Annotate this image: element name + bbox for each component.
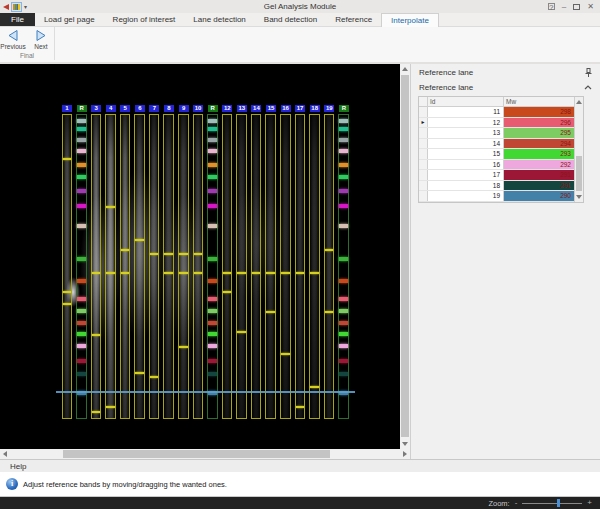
reference-band-5[interactable] xyxy=(208,163,217,167)
table-row[interactable]: 15293 xyxy=(419,149,574,160)
tab-region-of-interest[interactable]: Region of interest xyxy=(104,13,185,26)
reference-band-6[interactable] xyxy=(208,175,217,179)
band-marker[interactable] xyxy=(150,376,159,378)
reference-band-3[interactable] xyxy=(77,138,86,142)
band-marker[interactable] xyxy=(63,158,72,160)
reference-band-17[interactable] xyxy=(77,359,86,363)
reference-band-4[interactable] xyxy=(208,149,217,153)
cell-id[interactable]: 17 xyxy=(428,170,504,180)
sample-lane[interactable] xyxy=(324,114,335,419)
table-scrollbar[interactable] xyxy=(574,97,583,202)
reference-band-16[interactable] xyxy=(77,344,86,348)
sample-lane[interactable] xyxy=(309,114,320,419)
reference-band-9[interactable] xyxy=(339,224,348,228)
help-icon[interactable]: ? xyxy=(548,3,555,10)
band-marker[interactable] xyxy=(135,239,144,241)
reference-band-2[interactable] xyxy=(339,127,348,131)
sample-lane[interactable] xyxy=(178,114,189,419)
cell-mw[interactable]: 292 xyxy=(504,160,574,170)
tab-band-detection[interactable]: Band detection xyxy=(255,13,326,26)
sample-lane[interactable] xyxy=(149,114,160,419)
tab-interpolate[interactable]: Interpolate xyxy=(381,13,439,27)
previous-button[interactable]: Previous xyxy=(1,29,26,51)
scroll-down-icon[interactable] xyxy=(402,442,408,446)
cell-id[interactable]: 15 xyxy=(428,149,504,159)
row-selector[interactable] xyxy=(419,160,428,170)
band-marker[interactable] xyxy=(281,272,290,274)
reference-band-18[interactable] xyxy=(77,372,86,376)
sample-lane[interactable] xyxy=(295,114,306,419)
interpolation-line[interactable] xyxy=(56,391,355,393)
band-marker[interactable] xyxy=(63,303,72,305)
vertical-scrollbar-thumb[interactable] xyxy=(401,75,409,437)
reference-band-5[interactable] xyxy=(77,163,86,167)
reference-band-8[interactable] xyxy=(208,204,217,208)
band-marker[interactable] xyxy=(150,253,159,255)
current-row-marker[interactable]: ▸ xyxy=(419,118,428,128)
column-header-id[interactable]: Id xyxy=(428,97,504,106)
reference-band-1[interactable] xyxy=(339,119,348,123)
band-marker[interactable] xyxy=(252,272,261,274)
reference-band-14[interactable] xyxy=(339,321,348,325)
cell-mw[interactable]: 298 xyxy=(504,107,574,117)
column-header-mw[interactable]: Mw xyxy=(504,97,574,106)
band-marker[interactable] xyxy=(194,272,203,274)
band-marker[interactable] xyxy=(92,334,101,336)
tab-lane-detection[interactable]: Lane detection xyxy=(184,13,255,26)
reference-band-17[interactable] xyxy=(208,359,217,363)
reference-band-2[interactable] xyxy=(77,127,86,131)
reference-band-15[interactable] xyxy=(339,332,348,336)
reference-band-15[interactable] xyxy=(208,332,217,336)
band-marker[interactable] xyxy=(223,272,232,274)
zoom-in-button[interactable]: + xyxy=(587,499,592,507)
band-marker[interactable] xyxy=(266,311,275,313)
band-marker[interactable] xyxy=(106,406,115,408)
band-marker[interactable] xyxy=(135,372,144,374)
band-marker[interactable] xyxy=(281,353,290,355)
horizontal-scrollbar[interactable] xyxy=(0,449,410,459)
reference-band-1[interactable] xyxy=(77,119,86,123)
band-marker[interactable] xyxy=(194,253,203,255)
cell-mw[interactable]: 290 xyxy=(504,191,574,201)
reference-band-14[interactable] xyxy=(77,321,86,325)
reference-band-8[interactable] xyxy=(77,204,86,208)
sample-lane[interactable] xyxy=(134,114,145,419)
reference-band-3[interactable] xyxy=(339,138,348,142)
row-selector[interactable] xyxy=(419,181,428,191)
sample-lane[interactable] xyxy=(280,114,291,419)
band-marker[interactable] xyxy=(325,249,334,251)
reference-band-2[interactable] xyxy=(208,127,217,131)
reference-lane[interactable] xyxy=(76,114,87,419)
table-row[interactable]: ▸12296 xyxy=(419,118,574,129)
table-row[interactable]: 19290 xyxy=(419,191,574,202)
reference-band-7[interactable] xyxy=(208,189,217,193)
band-marker[interactable] xyxy=(310,272,319,274)
tab-load-gel-page[interactable]: Load gel page xyxy=(35,13,104,26)
reference-band-1[interactable] xyxy=(208,119,217,123)
reference-band-4[interactable] xyxy=(339,149,348,153)
band-marker[interactable] xyxy=(121,272,130,274)
reference-band-13[interactable] xyxy=(208,309,217,313)
reference-band-12[interactable] xyxy=(339,297,348,301)
table-row[interactable]: 11298 xyxy=(419,107,574,118)
horizontal-scrollbar-thumb[interactable] xyxy=(63,450,330,458)
reference-band-3[interactable] xyxy=(208,138,217,142)
band-marker[interactable] xyxy=(179,346,188,348)
zoom-slider[interactable] xyxy=(522,503,582,504)
band-marker[interactable] xyxy=(92,272,101,274)
band-marker[interactable] xyxy=(266,272,275,274)
table-scrollbar-thumb[interactable] xyxy=(576,156,582,191)
cell-id[interactable]: 18 xyxy=(428,181,504,191)
sample-lane[interactable] xyxy=(105,114,116,419)
reference-band-8[interactable] xyxy=(339,204,348,208)
reference-band-16[interactable] xyxy=(339,344,348,348)
gel-viewport[interactable]: 1R345678910R1213141516171819R xyxy=(0,64,400,449)
tab-reference[interactable]: Reference xyxy=(326,13,381,26)
reference-band-18[interactable] xyxy=(339,372,348,376)
row-selector[interactable] xyxy=(419,128,428,138)
cell-id[interactable]: 14 xyxy=(428,139,504,149)
reference-band-6[interactable] xyxy=(339,175,348,179)
reference-lane[interactable] xyxy=(338,114,349,419)
band-marker[interactable] xyxy=(179,253,188,255)
band-marker[interactable] xyxy=(121,249,130,251)
